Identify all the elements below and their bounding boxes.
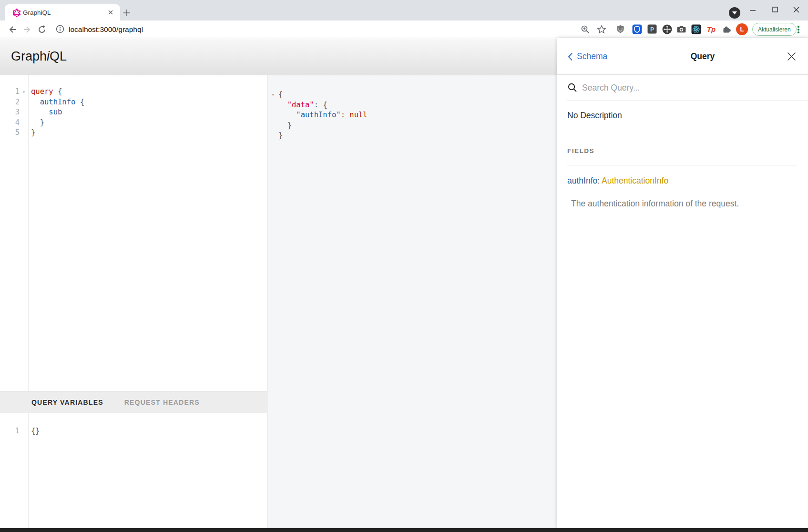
fold-gutter bbox=[267, 121, 278, 131]
camera-extension-icon[interactable] bbox=[676, 24, 686, 34]
page-zoom-icon[interactable] bbox=[580, 24, 591, 35]
code-line: "authInfo": null bbox=[267, 110, 557, 121]
code-line: 1{} bbox=[0, 426, 267, 437]
line-number: 2 bbox=[0, 97, 20, 108]
code-text: {} bbox=[28, 426, 40, 437]
browser-profile-avatar[interactable]: L bbox=[736, 23, 748, 35]
window-maximize-button[interactable] bbox=[764, 0, 786, 20]
fold-gutter bbox=[20, 107, 28, 118]
ublock-extension-icon[interactable] bbox=[615, 24, 625, 34]
code-text: } bbox=[278, 121, 292, 131]
code-line: 3 sub bbox=[0, 107, 267, 118]
code-line: ▾{ bbox=[267, 90, 557, 100]
browser-menu-icon[interactable] bbox=[795, 24, 802, 35]
search-icon bbox=[567, 82, 578, 93]
field-type-link[interactable]: AuthenticationInfo bbox=[602, 176, 668, 185]
code-text: authInfo { bbox=[28, 97, 84, 108]
docs-divider bbox=[567, 165, 797, 165]
code-text: { bbox=[278, 90, 283, 100]
fold-arrow-icon[interactable]: ▾ bbox=[267, 90, 278, 100]
graphiql-logo: GraphiQL bbox=[11, 38, 67, 75]
extensions-puzzle-icon[interactable] bbox=[721, 24, 732, 34]
browser-update-button[interactable]: Aktualisieren bbox=[752, 23, 797, 36]
fold-gutter bbox=[267, 131, 278, 141]
site-info-icon[interactable] bbox=[55, 24, 65, 34]
bookmark-star-icon[interactable] bbox=[596, 24, 607, 35]
line-number: 1 bbox=[0, 87, 20, 97]
move-cross-extension-icon[interactable] bbox=[662, 24, 672, 34]
tab-close-icon[interactable] bbox=[106, 8, 115, 17]
react-devtools-extension-icon[interactable] bbox=[691, 24, 701, 34]
reload-icon[interactable] bbox=[37, 24, 47, 35]
new-tab-icon[interactable] bbox=[122, 8, 132, 18]
docs-no-description: No Description bbox=[567, 111, 622, 121]
browser-status-chip[interactable] bbox=[729, 7, 740, 19]
docs-header: Schema Query bbox=[557, 38, 808, 75]
svg-text:P: P bbox=[650, 26, 654, 33]
browser-tab[interactable]: GraphiQL bbox=[5, 4, 120, 20]
response-viewer[interactable]: ▾{ "data": { "authInfo": null }} bbox=[267, 75, 557, 528]
variables-gutter-divider bbox=[28, 413, 29, 528]
variables-tab-bar: QUERY VARIABLES REQUEST HEADERS bbox=[0, 391, 267, 413]
fold-arrow-icon[interactable]: ▾ bbox=[20, 87, 28, 97]
bitwarden-extension-icon[interactable] bbox=[632, 24, 642, 34]
forward-icon[interactable] bbox=[22, 24, 32, 35]
tab-title: GraphiQL bbox=[23, 9, 51, 16]
tab-query-variables[interactable]: QUERY VARIABLES bbox=[31, 399, 103, 406]
browser-tab-strip: GraphiQL bbox=[0, 0, 808, 20]
fold-gutter bbox=[20, 128, 28, 138]
code-line: } bbox=[267, 131, 557, 141]
chevron-left-icon bbox=[567, 52, 573, 61]
line-number: 4 bbox=[0, 118, 20, 128]
code-line: 4 } bbox=[0, 118, 267, 128]
graphiql-toolbar: GraphiQL Prettify Merge Copy History Sha… bbox=[0, 38, 557, 75]
variables-editor[interactable]: 1{} bbox=[0, 413, 267, 528]
line-number: 1 bbox=[0, 426, 20, 437]
docs-search-input[interactable] bbox=[582, 83, 782, 93]
docs-explorer-panel: Schema Query No Description FIELDS authI… bbox=[557, 38, 808, 528]
graphql-favicon-icon bbox=[12, 9, 21, 17]
docs-field-description: The authentication information of the re… bbox=[571, 199, 739, 209]
fold-gutter bbox=[267, 100, 278, 111]
window-close-button[interactable] bbox=[786, 0, 807, 20]
docs-close-icon[interactable] bbox=[787, 51, 797, 61]
code-text: } bbox=[28, 128, 35, 138]
p-extension-icon[interactable]: P bbox=[647, 24, 657, 34]
fold-gutter bbox=[20, 426, 28, 437]
code-text: } bbox=[28, 118, 44, 128]
code-line: 2 authInfo { bbox=[0, 97, 267, 108]
code-text: sub bbox=[28, 107, 62, 118]
docs-field-entry: authInfo: AuthenticationInfo bbox=[567, 176, 668, 186]
query-gutter-divider bbox=[28, 75, 29, 391]
code-line: } bbox=[267, 121, 557, 131]
field-name-link[interactable]: authInfo bbox=[567, 176, 597, 185]
docs-fields-header: FIELDS bbox=[567, 147, 594, 154]
code-text: query { bbox=[28, 87, 62, 97]
docs-title: Query bbox=[691, 38, 715, 75]
code-line: 5} bbox=[0, 128, 267, 138]
code-text: } bbox=[278, 131, 283, 141]
code-line: 1▾query { bbox=[0, 87, 267, 97]
code-line: "data": { bbox=[267, 100, 557, 111]
query-editor[interactable]: 1▾query {2 authInfo {3 sub4 }5} bbox=[0, 75, 267, 391]
tp-extension-icon[interactable]: Tp bbox=[706, 24, 716, 34]
window-minimize-button[interactable] bbox=[742, 0, 763, 20]
tab-request-headers[interactable]: REQUEST HEADERS bbox=[124, 399, 200, 406]
line-number: 5 bbox=[0, 128, 20, 138]
browser-toolbar: P Tp L Aktualisieren bbox=[0, 20, 808, 38]
fold-gutter bbox=[20, 118, 28, 128]
back-icon[interactable] bbox=[7, 24, 18, 35]
code-text: "authInfo": null bbox=[278, 110, 368, 121]
address-bar-input[interactable] bbox=[69, 24, 498, 35]
window-bottom-edge bbox=[0, 528, 808, 532]
docs-search-row bbox=[567, 75, 808, 101]
field-separator: : bbox=[597, 176, 602, 185]
docs-back-link[interactable]: Schema bbox=[567, 38, 607, 75]
fold-gutter bbox=[267, 110, 278, 121]
code-text: "data": { bbox=[278, 100, 327, 111]
fold-gutter bbox=[20, 97, 28, 108]
line-number: 3 bbox=[0, 107, 20, 118]
